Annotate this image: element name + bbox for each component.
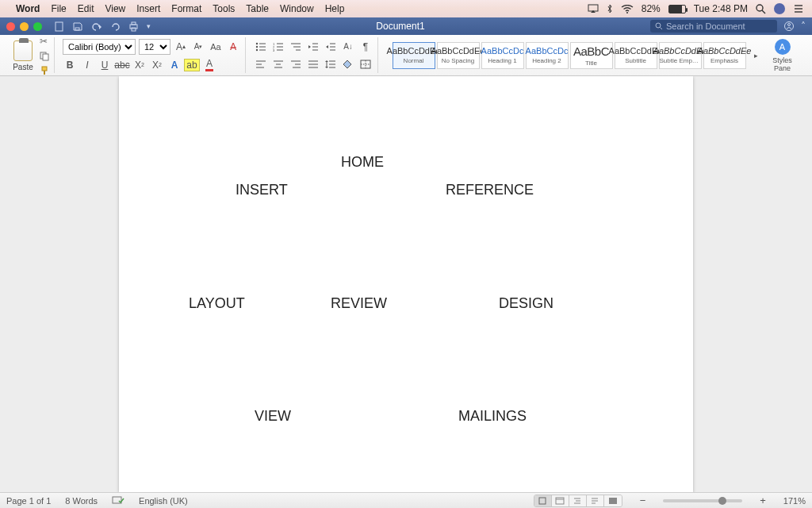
window-minimize-button[interactable] xyxy=(20,22,29,31)
style-heading-1[interactable]: AaBbCcDcHeading 1 xyxy=(481,42,524,69)
underline-button[interactable]: U xyxy=(98,58,112,72)
doc-word[interactable]: HOME xyxy=(341,154,384,171)
qat-print-icon[interactable] xyxy=(128,21,139,32)
share-icon[interactable] xyxy=(783,21,795,32)
align-right-button[interactable] xyxy=(289,57,303,71)
page[interactable]: HOMEINSERTREFERENCELAYOUTREVIEWDESIGNVIE… xyxy=(119,76,693,492)
airplay-icon[interactable] xyxy=(588,4,599,13)
zoom-in-button[interactable]: + xyxy=(756,495,769,506)
spotlight-icon[interactable] xyxy=(756,4,766,14)
ribbon-toggle-icon[interactable]: ˄ xyxy=(801,21,806,32)
numbering-button[interactable]: 123 xyxy=(271,40,285,54)
menubar-clock[interactable]: Tue 2:48 PM xyxy=(694,3,748,14)
menu-file[interactable]: File xyxy=(51,3,66,14)
change-case-button[interactable]: Aa xyxy=(209,40,223,54)
show-marks-button[interactable]: ¶ xyxy=(358,40,373,54)
italic-button[interactable]: I xyxy=(80,58,94,72)
view-print-layout-icon[interactable] xyxy=(534,495,552,506)
paste-button[interactable]: Paste xyxy=(8,39,38,71)
style-emphasis[interactable]: AaBbCcDdEeEmphasis xyxy=(703,42,746,69)
zoom-percent[interactable]: 171% xyxy=(783,496,806,506)
view-draft-icon[interactable] xyxy=(587,495,604,506)
increase-indent-button[interactable] xyxy=(324,40,338,54)
style-sample: AaBbCcDc xyxy=(481,46,524,56)
zoom-out-button[interactable]: − xyxy=(637,495,649,506)
font-color-button[interactable]: A xyxy=(202,58,216,72)
menu-insert[interactable]: Insert xyxy=(136,3,160,14)
cut-icon[interactable]: ✂ xyxy=(40,36,49,47)
window-zoom-button[interactable] xyxy=(33,22,42,31)
doc-word[interactable]: REVIEW xyxy=(331,295,387,312)
qat-new-icon[interactable] xyxy=(54,21,64,32)
doc-word[interactable]: INSERT xyxy=(236,182,288,198)
superscript-button[interactable]: X2 xyxy=(150,58,164,72)
styles-more-button[interactable]: ▸ xyxy=(749,48,764,63)
search-in-document[interactable]: Search in Document xyxy=(650,20,777,33)
style-subtitle[interactable]: AaBbCcDdEeSubtitle xyxy=(615,42,657,69)
wifi-icon[interactable] xyxy=(621,5,634,13)
font-name-select[interactable]: Calibri (Body) xyxy=(63,39,136,55)
doc-word[interactable]: REFERENCE xyxy=(446,182,534,198)
style-heading-2[interactable]: AaBbCcDcHeading 2 xyxy=(526,42,569,69)
bluetooth-icon[interactable] xyxy=(607,4,613,14)
notification-center-icon[interactable] xyxy=(793,4,804,13)
format-painter-icon[interactable] xyxy=(40,66,49,75)
qat-save-icon[interactable] xyxy=(72,21,82,32)
view-outline-icon[interactable] xyxy=(569,495,587,506)
menu-table[interactable]: Table xyxy=(246,3,269,14)
strikethrough-button[interactable]: abc xyxy=(115,58,129,72)
font-size-select[interactable]: 12 xyxy=(139,39,170,55)
menu-tools[interactable]: Tools xyxy=(213,3,235,14)
view-focus-icon[interactable] xyxy=(604,495,622,506)
multilevel-list-button[interactable] xyxy=(289,40,303,54)
text-effects-button[interactable]: A xyxy=(167,58,182,72)
spellcheck-icon[interactable] xyxy=(112,496,124,506)
borders-button[interactable] xyxy=(358,57,373,71)
status-word-count[interactable]: 8 Words xyxy=(65,496,98,506)
status-language[interactable]: English (UK) xyxy=(139,496,188,506)
doc-word[interactable]: DESIGN xyxy=(499,295,553,312)
style-subtle-emph-[interactable]: AaBbCcDdEeSubtle Emph... xyxy=(659,42,702,69)
doc-word[interactable]: LAYOUT xyxy=(189,295,245,312)
bold-button[interactable]: B xyxy=(63,58,77,72)
menu-format[interactable]: Format xyxy=(171,3,201,14)
shading-button[interactable] xyxy=(341,57,355,71)
sort-button[interactable]: A↓ xyxy=(341,40,355,54)
menu-app[interactable]: Word xyxy=(16,3,40,14)
menu-edit[interactable]: Edit xyxy=(78,3,94,14)
doc-word[interactable]: VIEW xyxy=(255,408,291,425)
menu-window[interactable]: Window xyxy=(280,3,314,14)
bullets-button[interactable] xyxy=(254,40,268,54)
styles-pane-button[interactable]: A Styles Pane xyxy=(767,39,799,72)
clear-formatting-button[interactable]: A̶ xyxy=(226,40,240,54)
view-web-layout-icon[interactable] xyxy=(552,495,569,506)
copy-icon[interactable] xyxy=(40,52,49,61)
highlight-button[interactable]: ab xyxy=(185,58,199,72)
svg-rect-0 xyxy=(588,5,598,11)
align-center-button[interactable] xyxy=(271,57,285,71)
style-no-spacing[interactable]: AaBbCcDdEeNo Spacing xyxy=(437,42,480,69)
shrink-font-button[interactable]: A▾ xyxy=(191,40,205,54)
style-normal[interactable]: AaBbCcDdEeNormal xyxy=(393,42,435,69)
qat-undo-icon[interactable] xyxy=(90,21,102,32)
styles-gallery[interactable]: AaBbCcDdEeNormalAaBbCcDdEeNo SpacingAaBb… xyxy=(393,42,746,69)
align-left-button[interactable] xyxy=(254,57,268,71)
document-canvas[interactable]: HOMEINSERTREFERENCELAYOUTREVIEWDESIGNVIE… xyxy=(0,76,812,492)
user-icon[interactable] xyxy=(774,3,785,14)
battery-icon[interactable] xyxy=(668,5,686,13)
justify-button[interactable] xyxy=(306,57,320,71)
zoom-slider[interactable] xyxy=(663,499,742,502)
decrease-indent-button[interactable] xyxy=(306,40,320,54)
qat-redo-icon[interactable] xyxy=(110,21,121,32)
window-close-button[interactable] xyxy=(6,22,15,31)
menu-view[interactable]: View xyxy=(105,3,125,14)
grow-font-button[interactable]: A▴ xyxy=(174,40,188,54)
doc-word[interactable]: MAILINGS xyxy=(458,408,527,425)
style-name: Subtle Emph... xyxy=(660,57,701,64)
status-page[interactable]: Page 1 of 1 xyxy=(6,496,51,506)
menu-help[interactable]: Help xyxy=(325,3,345,14)
line-spacing-button[interactable] xyxy=(324,57,338,71)
view-switcher[interactable] xyxy=(534,495,622,507)
style-title[interactable]: AaBbCTitle xyxy=(570,42,613,69)
subscript-button[interactable]: X2 xyxy=(132,58,147,72)
